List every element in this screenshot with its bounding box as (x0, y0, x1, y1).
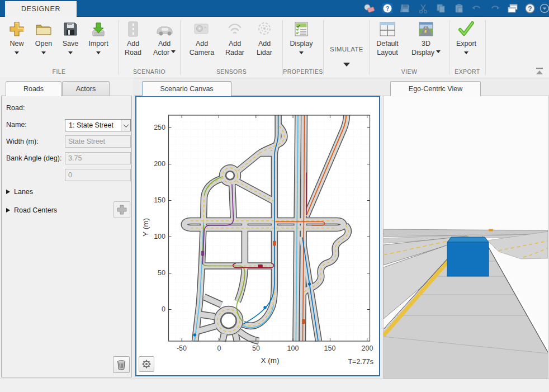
road-centers-expander[interactable]: Road Centers (6, 206, 57, 214)
save-icon[interactable] (399, 2, 412, 15)
section-divider (323, 20, 324, 75)
scenario-map-plot[interactable] (136, 97, 379, 375)
toolstrip: New Open Save Import FILE Add Road A (0, 17, 549, 78)
save-button[interactable]: Save (58, 19, 83, 56)
simulation-time: T=2.77s (348, 358, 373, 366)
copy-icon[interactable] (434, 2, 448, 15)
section-divider (449, 20, 449, 75)
x-tick: 150 (319, 344, 341, 352)
import-icon (84, 19, 113, 39)
layout-windows-icon[interactable] (506, 2, 519, 15)
add-road-center-button[interactable] (113, 201, 130, 218)
y-tick: 200 (145, 160, 165, 168)
bank-angle-label: Bank Angle (deg): (6, 152, 61, 164)
help-toggle-icon[interactable]: ? (381, 2, 394, 15)
scenario-canvas: -50 0 50 100 150 200 250 200 150 100 50 … (135, 96, 380, 376)
y-tick: 250 (145, 124, 165, 131)
add-actor-button[interactable]: Add Actor (149, 19, 180, 57)
dropdown-arrow-icon (41, 51, 46, 56)
open-folder-icon (31, 19, 56, 39)
paste-icon[interactable] (452, 2, 466, 15)
cut-icon[interactable] (417, 2, 430, 15)
lanes-expander[interactable]: Lanes (6, 188, 33, 196)
section-divider (282, 20, 283, 75)
x-tick: 100 (282, 344, 304, 352)
add-road-button[interactable]: Add Road (120, 19, 146, 57)
x-axis-label: X (m) (252, 356, 288, 365)
dropdown-arrow-icon (436, 50, 441, 55)
road-icon (120, 19, 146, 39)
eraser-icon[interactable] (362, 2, 376, 15)
delete-road-button[interactable] (113, 356, 130, 373)
section-divider (485, 20, 486, 75)
y-tick: 50 (145, 269, 165, 277)
default-layout-button[interactable]: Default Layout (371, 19, 404, 57)
add-lidar-button[interactable]: Add Lidar (252, 19, 277, 57)
road-select[interactable]: 1: State Street (65, 119, 131, 131)
trash-icon (116, 360, 126, 370)
roundabout-island (221, 313, 236, 328)
svg-text:?: ? (528, 5, 532, 13)
3d-road-icon (406, 19, 446, 39)
display-button[interactable]: Display (284, 19, 319, 56)
expand-more-icon[interactable] (538, 2, 549, 15)
add-radar-button[interactable]: Add Radar (220, 19, 249, 57)
x-tick: -50 (171, 344, 193, 352)
layout-grid-icon (371, 19, 404, 39)
width-field[interactable] (65, 152, 131, 164)
ego-vehicle[interactable] (447, 237, 489, 276)
dropdown-arrow-icon (299, 51, 304, 56)
ego-3d-view[interactable] (384, 96, 548, 378)
bank-angle-field[interactable] (65, 169, 131, 181)
new-plus-icon (4, 19, 29, 39)
ego-centric-view (383, 96, 548, 379)
dropdown-arrow-icon (343, 63, 350, 69)
import-button[interactable]: Import (84, 19, 113, 56)
car-icon (149, 19, 180, 39)
road-select-value: 1: State Street (69, 121, 113, 129)
roads-form: Road: 1: State Street Name: Width (m): B… (1, 96, 132, 377)
tab-designer[interactable]: DESIGNER (5, 1, 77, 17)
dropdown-arrow-icon (15, 51, 19, 56)
name-field[interactable] (65, 135, 131, 148)
redo-icon[interactable] (488, 2, 501, 15)
roads-panel: Roads Actors Road: 1: State Street Name:… (0, 78, 133, 379)
collapse-toolstrip-button[interactable] (534, 67, 545, 75)
help-icon[interactable]: ? (523, 2, 537, 15)
3d-display-button[interactable]: 3D Display (406, 19, 446, 57)
simulate-dropdown-button[interactable] (324, 63, 369, 69)
width-label: Width (m): (6, 135, 39, 148)
section-label-sensors: SENSORS (181, 68, 282, 76)
x-tick: 200 (356, 344, 378, 352)
section-label-scenario: SCENARIO (119, 68, 180, 76)
y-tick: 0 (145, 305, 165, 313)
canvas-settings-button[interactable] (139, 356, 154, 372)
gear-icon (141, 359, 152, 369)
x-tick: 50 (245, 344, 267, 352)
dropdown-arrow-icon (464, 51, 468, 56)
new-button[interactable]: New (4, 19, 29, 56)
road-label: Road: (6, 102, 25, 114)
y-tick: 150 (145, 196, 165, 204)
section-divider (118, 20, 119, 75)
save-floppy-icon (58, 19, 83, 39)
roundabout-island (226, 172, 234, 180)
tab-actors[interactable]: Actors (62, 81, 110, 96)
expander-arrow-icon (6, 190, 10, 194)
undo-icon[interactable] (470, 2, 484, 15)
left-tab-bar: Roads Actors (0, 81, 133, 96)
dropdown-arrow-icon (68, 51, 73, 56)
section-divider (180, 20, 181, 75)
driving-scenario-designer-window: DESIGNER ? ? (0, 0, 549, 392)
open-button[interactable]: Open (31, 19, 56, 56)
title-bar: DESIGNER ? ? (0, 0, 549, 17)
lidar-icon (252, 19, 277, 39)
add-camera-button[interactable]: Add Camera (186, 19, 218, 57)
tab-ego-centric-view[interactable]: Ego-Centric View (390, 81, 481, 96)
export-button[interactable]: Export (451, 19, 482, 56)
simulate-gallery[interactable]: SIMULATE (324, 46, 369, 53)
dropdown-arrow-icon (171, 50, 176, 55)
section-label-file: FILE (0, 68, 118, 76)
tab-roads[interactable]: Roads (6, 81, 61, 96)
tab-scenario-canvas[interactable]: Scenario Canvas (142, 81, 231, 96)
